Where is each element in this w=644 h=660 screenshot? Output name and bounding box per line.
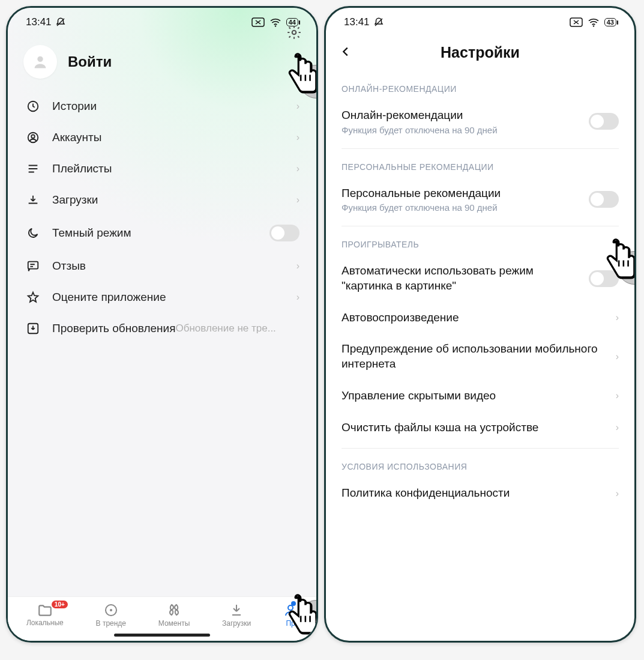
setting-pip[interactable]: Автоматически использовать режим "картин…: [326, 255, 634, 301]
battery-icon: 43: [604, 18, 616, 26]
svg-point-11: [110, 609, 112, 611]
phone-profile-screen: 13:41 44: [6, 6, 318, 643]
menu-label: Проверить обновления: [52, 322, 176, 335]
list-icon: [25, 162, 41, 175]
settings-header: Настройки: [326, 32, 634, 71]
update-icon: [25, 322, 41, 335]
setting-title: Управление скрытыми видео: [342, 389, 609, 404]
online-recs-toggle[interactable]: [589, 113, 619, 130]
moon-icon: [25, 226, 41, 240]
nav-label: В тренде: [96, 619, 126, 628]
menu-label: Плейлисты: [52, 162, 296, 175]
nav-badge: 10+: [52, 601, 68, 608]
dnd-icon: [55, 17, 66, 28]
chat-icon: [25, 259, 41, 273]
nav-local[interactable]: 10+ Локальные: [26, 604, 64, 627]
status-bar: 13:41 44: [8, 8, 316, 32]
setting-title: Персональные рекомендации: [342, 186, 582, 201]
clock-icon: [25, 100, 41, 113]
darkmode-toggle[interactable]: [269, 225, 299, 241]
download-icon: [25, 193, 41, 207]
setting-title: Предупреждение об использовании мобильно…: [342, 342, 609, 371]
star-icon: [25, 291, 41, 304]
section-header-online: ОНЛАЙН-РЕКОМЕНДАЦИИ: [326, 71, 634, 100]
svg-rect-8: [28, 262, 38, 269]
section-header-personal: ПЕРСОНАЛЬНЫЕ РЕКОМЕНДАЦИИ: [326, 149, 634, 178]
nav-dot: [291, 601, 296, 606]
svg-point-2: [275, 25, 276, 26]
chevron-right-icon: ›: [296, 132, 299, 143]
menu-label: Оцените приложение: [52, 291, 296, 304]
setting-title: Автовоспроизведение: [342, 310, 609, 325]
setting-hidden-videos[interactable]: Управление скрытыми видео ›: [326, 380, 634, 412]
svg-point-12: [288, 605, 293, 610]
setting-title: Политика конфиденциальности: [342, 486, 609, 501]
chevron-right-icon: ›: [616, 390, 619, 401]
settings-button[interactable]: [286, 25, 302, 43]
setting-autoplay[interactable]: Автовоспроизведение ›: [326, 302, 634, 334]
profile-header: Войти: [8, 32, 316, 86]
menu-downloads[interactable]: Загрузки ›: [16, 184, 308, 216]
profile-menu: Истории › Аккаунты › Плейлисты › Загрузк…: [8, 86, 316, 349]
nosim-icon: [570, 17, 583, 27]
chevron-right-icon: ›: [616, 312, 619, 323]
nav-trending[interactable]: В тренде: [96, 603, 126, 628]
nav-label: Локальные: [26, 619, 64, 627]
menu-label: Темный режим: [52, 226, 269, 240]
back-button[interactable]: [339, 45, 352, 61]
menu-history[interactable]: Истории ›: [16, 91, 308, 122]
setting-clear-cache[interactable]: Очистить файлы кэша на устройстве ›: [326, 412, 634, 444]
login-label: Войти: [68, 53, 112, 70]
menu-label: Истории: [52, 100, 296, 113]
setting-personal-recs[interactable]: Персональные рекомендации Функция будет …: [326, 178, 634, 222]
status-time: 13:41: [344, 16, 370, 28]
chevron-right-icon: ›: [616, 488, 619, 499]
chevron-right-icon: ›: [296, 292, 299, 303]
menu-label: Отзыв: [52, 259, 296, 273]
section-header-player: ПРОИГРЫВАТЕЛЬ: [326, 226, 634, 255]
personal-recs-toggle[interactable]: [589, 191, 619, 208]
dnd-icon: [373, 17, 384, 28]
menu-darkmode[interactable]: Темный режим: [16, 216, 308, 250]
setting-subtitle: Функция будет отключена на 90 дней: [342, 125, 582, 135]
svg-point-3: [37, 56, 43, 62]
pip-toggle[interactable]: [589, 270, 619, 287]
user-icon: [25, 131, 41, 144]
menu-sublabel: Обновление не тре...: [176, 322, 276, 335]
status-bar: 13:41 43: [326, 8, 634, 32]
nav-moments[interactable]: Моменты: [158, 603, 190, 628]
menu-label: Аккаунты: [52, 131, 296, 144]
phone-settings-screen: 13:41 43 Наст: [324, 6, 636, 643]
setting-title: Автоматически использовать режим "картин…: [342, 264, 582, 293]
setting-privacy[interactable]: Политика конфиденциальности ›: [326, 477, 634, 504]
setting-title: Онлайн-рекомендации: [342, 108, 582, 123]
nav-profile[interactable]: Пр: [283, 603, 298, 628]
nav-downloads[interactable]: Загрузки: [222, 603, 251, 628]
chevron-right-icon: ›: [296, 163, 299, 174]
battery-level: 43: [607, 19, 614, 26]
menu-label: Загрузки: [52, 193, 296, 207]
svg-point-4: [292, 31, 296, 35]
wifi-icon: [588, 17, 600, 27]
menu-playlists[interactable]: Плейлисты ›: [16, 153, 308, 184]
chevron-right-icon: ›: [296, 195, 299, 205]
wifi-icon: [269, 17, 281, 27]
chevron-right-icon: ›: [616, 351, 619, 362]
nav-label: Загрузки: [222, 619, 251, 628]
setting-online-recs[interactable]: Онлайн-рекомендации Функция будет отключ…: [326, 100, 634, 144]
nosim-icon: [251, 17, 265, 27]
status-time: 13:41: [26, 16, 52, 28]
login-row[interactable]: Войти: [23, 45, 112, 79]
chevron-right-icon: ›: [296, 101, 299, 112]
chevron-right-icon: ›: [296, 261, 299, 271]
svg-point-15: [593, 25, 594, 26]
menu-rate[interactable]: Оцените приложение ›: [16, 282, 308, 313]
svg-point-7: [31, 135, 35, 138]
setting-mobile-warning[interactable]: Предупреждение об использовании мобильно…: [326, 333, 634, 380]
setting-title: Очистить файлы кэша на устройстве: [342, 420, 609, 435]
menu-accounts[interactable]: Аккаунты ›: [16, 122, 308, 153]
nav-label: Моменты: [158, 619, 190, 628]
avatar: [23, 45, 57, 79]
menu-updates[interactable]: Проверить обновления Обновление не тре..…: [16, 313, 308, 344]
menu-feedback[interactable]: Отзыв ›: [16, 250, 308, 282]
